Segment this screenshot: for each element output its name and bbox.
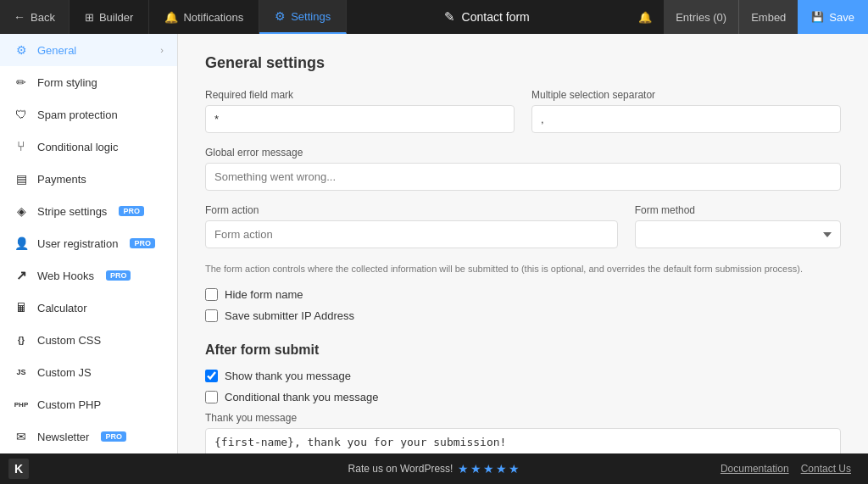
back-button[interactable]: ← Back: [0, 0, 70, 34]
after-form-submit-title: After form submit: [205, 342, 841, 358]
sidebar-item-label: Custom PHP: [37, 398, 101, 411]
notifications-label: Notifications: [183, 11, 243, 24]
sidebar-item-calculator[interactable]: 🖩 Calculator: [0, 292, 177, 324]
sidebar-item-custom-css[interactable]: {} Custom CSS: [0, 324, 177, 356]
pro-badge-newsletter: PRO: [101, 431, 126, 442]
sidebar-item-label: Form styling: [37, 76, 97, 89]
required-field-mark-label: Required field mark: [205, 89, 515, 101]
save-label: Save: [829, 11, 854, 24]
sidebar: ⚙ General › ✏ Form styling 🛡 Spam protec…: [0, 34, 178, 453]
show-thank-you-checkbox[interactable]: [205, 370, 218, 382]
settings-label: Settings: [291, 10, 331, 23]
contact-us-link[interactable]: Contact Us: [801, 463, 851, 475]
star-1[interactable]: ★: [458, 462, 469, 476]
sidebar-item-payments[interactable]: ▤ Payments: [0, 163, 177, 195]
sidebar-item-label: Custom CSS: [37, 334, 101, 347]
thank-you-message-input[interactable]: {first-name}, thank you for your submiss…: [205, 428, 841, 454]
builder-tab[interactable]: ⊞ Builder: [70, 0, 149, 34]
mail-icon: ✉: [14, 429, 29, 444]
form-method-select[interactable]: GET POST: [635, 220, 841, 248]
sidebar-item-label: Spam protection: [37, 108, 118, 121]
sidebar-item-label: Web Hooks: [37, 270, 94, 282]
required-field-mark-input[interactable]: [205, 105, 515, 133]
global-error-message-input[interactable]: [205, 163, 841, 191]
pro-badge-stripe: PRO: [119, 206, 144, 216]
sidebar-item-newsletter[interactable]: ✉ Newsletter PRO: [0, 420, 177, 453]
save-icon: 💾: [811, 11, 824, 23]
sidebar-item-spam-protection[interactable]: 🛡 Spam protection: [0, 98, 177, 131]
form-action-label: Form action: [205, 204, 618, 216]
embed-label: Embed: [751, 11, 786, 24]
sidebar-item-label: Stripe settings: [37, 205, 107, 218]
sidebar-item-label: Calculator: [37, 302, 87, 314]
form-title-area: ✎ Contact form: [347, 0, 626, 34]
chevron-right-icon: ›: [160, 45, 164, 55]
sidebar-item-label: Newsletter: [37, 431, 89, 443]
sidebar-item-custom-php[interactable]: PHP Custom PHP: [0, 388, 177, 420]
star-2[interactable]: ★: [470, 462, 481, 476]
shield-icon: 🛡: [14, 107, 29, 122]
star-rating[interactable]: ★ ★ ★ ★ ★: [458, 462, 520, 476]
conditional-thank-you-label[interactable]: Conditional thank you message: [225, 391, 378, 403]
sidebar-item-user-registration[interactable]: 👤 User registration PRO: [0, 227, 177, 259]
sidebar-item-label: Conditional logic: [37, 141, 118, 153]
settings-tab[interactable]: ⚙ Settings: [259, 0, 347, 34]
css-icon: {}: [14, 332, 29, 348]
multiple-selection-separator-label: Multiple selection separator: [531, 89, 841, 101]
webhook-icon: ↗: [14, 268, 29, 283]
edit-icon: ✎: [444, 9, 455, 25]
bell-icon: 🔔: [164, 11, 178, 24]
settings-icon: ⚙: [275, 9, 286, 23]
multiple-selection-separator-input[interactable]: [531, 105, 841, 133]
embed-button[interactable]: Embed: [738, 0, 798, 34]
back-label: Back: [31, 11, 55, 24]
notifications-tab[interactable]: 🔔 Notifications: [149, 0, 259, 34]
page-title: General settings: [205, 54, 841, 72]
save-submitter-ip-label[interactable]: Save submitter IP Address: [225, 309, 354, 322]
footer: K Rate us on WordPress! ★ ★ ★ ★ ★ Docume…: [0, 453, 868, 484]
footer-links: Documentation Contact Us: [721, 463, 851, 475]
footer-center: Rate us on WordPress! ★ ★ ★ ★ ★: [348, 462, 520, 476]
sidebar-item-web-hooks[interactable]: ↗ Web Hooks PRO: [0, 259, 177, 292]
thank-you-message-label: Thank you message: [205, 412, 841, 424]
sidebar-item-label: User registration: [37, 237, 118, 250]
builder-label: Builder: [99, 11, 133, 24]
top-nav: ← Back ⊞ Builder 🔔 Notifications ⚙ Setti…: [0, 0, 868, 34]
rate-text: Rate us on WordPress!: [348, 463, 453, 475]
alert-bell-icon: 🔔: [638, 11, 652, 24]
entries-button[interactable]: Entries (0): [664, 0, 738, 34]
form-method-label: Form method: [635, 204, 841, 216]
sidebar-item-form-styling[interactable]: ✏ Form styling: [0, 66, 177, 98]
back-icon: ←: [14, 10, 25, 24]
php-icon: PHP: [14, 397, 29, 412]
documentation-link[interactable]: Documentation: [721, 463, 789, 475]
brush-icon: ✏: [14, 75, 29, 90]
calc-icon: 🖩: [14, 300, 29, 315]
sidebar-item-conditional-logic[interactable]: ⑂ Conditional logic: [0, 131, 177, 163]
sidebar-item-general[interactable]: ⚙ General ›: [0, 34, 177, 66]
entries-label: Entries (0): [676, 11, 726, 24]
hide-form-name-label[interactable]: Hide form name: [225, 288, 303, 301]
sidebar-item-custom-js[interactable]: JS Custom JS: [0, 356, 177, 388]
sidebar-item-stripe-settings[interactable]: ◈ Stripe settings PRO: [0, 195, 177, 227]
bell-button[interactable]: 🔔: [626, 0, 664, 34]
star-3[interactable]: ★: [483, 462, 494, 476]
conditional-thank-you-checkbox[interactable]: [205, 391, 218, 403]
global-error-message-label: Global error message: [205, 147, 841, 159]
hide-form-name-checkbox[interactable]: [205, 288, 218, 301]
js-icon: JS: [14, 364, 29, 380]
pro-badge-user: PRO: [130, 238, 155, 248]
content-area: General settings Required field mark Mul…: [178, 34, 868, 453]
branch-icon: ⑂: [14, 139, 29, 154]
star-5[interactable]: ★: [509, 462, 520, 476]
sidebar-item-label: Payments: [37, 173, 86, 186]
star-4[interactable]: ★: [496, 462, 507, 476]
k-logo: K: [8, 459, 29, 479]
sidebar-item-label: General: [37, 44, 76, 57]
card-icon: ▤: [14, 171, 29, 186]
save-submitter-ip-checkbox[interactable]: [205, 309, 218, 322]
save-button[interactable]: 💾 Save: [798, 0, 868, 34]
form-action-input[interactable]: [205, 220, 618, 248]
form-action-helper-text: The form action controls where the colle…: [205, 262, 841, 276]
show-thank-you-label[interactable]: Show thank you message: [225, 370, 351, 382]
